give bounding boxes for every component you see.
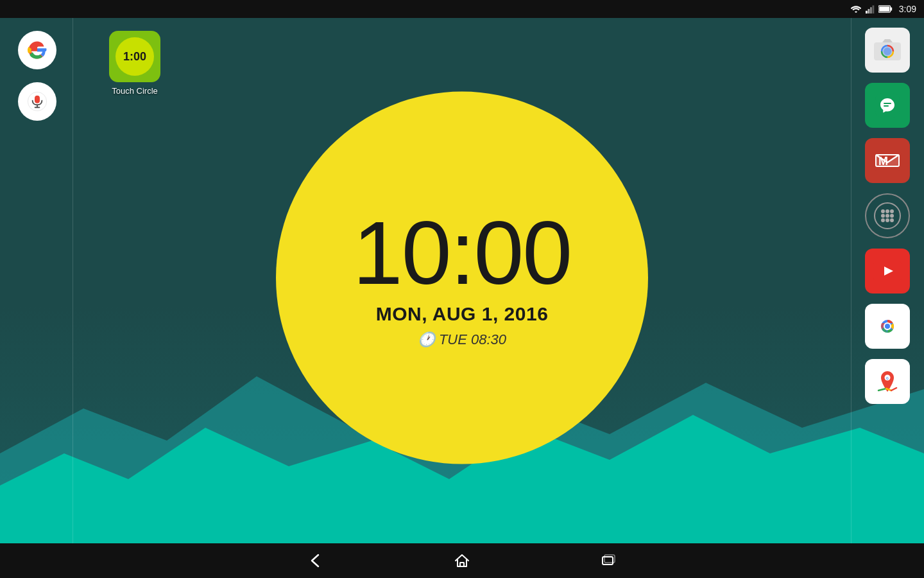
gmail-app-button[interactable]: M: [865, 138, 910, 183]
app-drawer-icon: [874, 202, 901, 229]
svg-rect-5: [890, 7, 892, 10]
svg-rect-18: [884, 103, 891, 104]
svg-point-25: [886, 209, 889, 213]
camera-app-button[interactable]: [865, 28, 910, 73]
maps-icon: G: [873, 367, 902, 396]
svg-rect-6: [879, 6, 889, 12]
touch-circle-time: 1:00: [123, 50, 146, 64]
clock-widget[interactable]: 10:00 MON, AUG 1, 2016 🕐 TUE 08:30: [276, 92, 648, 464]
touch-circle-icon-box: 1:00: [109, 31, 160, 82]
left-sidebar: [0, 18, 74, 543]
svg-rect-0: [866, 11, 868, 13]
svg-line-41: [878, 389, 886, 390]
maps-app-button[interactable]: G: [865, 359, 910, 404]
left-separator: [73, 18, 73, 543]
touch-circle-label: Touch Circle: [112, 86, 158, 96]
status-time: 3:09: [899, 4, 916, 14]
youtube-icon: [873, 261, 902, 281]
signal-icon: [866, 4, 875, 13]
battery-icon: [878, 5, 893, 13]
svg-text:M: M: [878, 155, 888, 168]
chrome-app-button[interactable]: [865, 304, 910, 349]
youtube-app-button[interactable]: [865, 249, 910, 293]
svg-rect-10: [35, 96, 40, 103]
wifi-icon: [850, 4, 862, 13]
svg-point-27: [881, 214, 885, 218]
clock-alarm: 🕐 TUE 08:30: [418, 331, 506, 348]
back-button[interactable]: [307, 552, 325, 570]
alarm-icon: 🕐: [418, 331, 435, 348]
hangouts-app-button[interactable]: [865, 83, 910, 128]
gmail-icon: M: [873, 150, 902, 171]
recents-icon: [599, 552, 617, 570]
svg-point-28: [886, 214, 889, 218]
google-mic-button[interactable]: [18, 82, 56, 121]
back-icon: [307, 552, 325, 570]
camera-icon: [874, 38, 901, 62]
svg-text:G: G: [886, 376, 889, 380]
svg-rect-2: [870, 7, 872, 13]
google-logo-icon: [26, 39, 49, 62]
nav-bar: [0, 543, 924, 578]
svg-point-16: [884, 48, 891, 55]
touch-circle-app[interactable]: 1:00 Touch Circle: [109, 31, 160, 96]
svg-rect-44: [460, 563, 464, 566]
svg-point-29: [890, 214, 894, 218]
right-sidebar: M: [850, 18, 924, 543]
svg-rect-1: [868, 9, 869, 13]
right-separator: [851, 18, 851, 543]
status-bar: 3:09: [0, 0, 924, 18]
alarm-time: TUE 08:30: [439, 331, 506, 348]
svg-point-30: [881, 218, 885, 222]
hangouts-icon: [875, 93, 900, 118]
svg-point-26: [890, 209, 894, 213]
recents-button[interactable]: [599, 552, 617, 570]
clock-time: 10:00: [353, 208, 571, 298]
home-icon: [453, 552, 471, 570]
svg-rect-3: [872, 5, 874, 13]
svg-marker-14: [882, 39, 893, 42]
mic-icon: [27, 91, 47, 112]
touch-circle-icon-inner: 1:00: [116, 37, 154, 76]
google-search-button[interactable]: [18, 31, 56, 69]
app-drawer-button[interactable]: [865, 193, 910, 238]
svg-point-32: [890, 218, 894, 222]
svg-line-43: [891, 388, 896, 390]
clock-date: MON, AUG 1, 2016: [376, 303, 549, 325]
svg-rect-19: [884, 105, 889, 107]
chrome-icon: [873, 312, 902, 340]
home-button[interactable]: [453, 552, 471, 570]
svg-point-31: [886, 218, 889, 222]
svg-point-24: [881, 209, 885, 213]
svg-point-38: [885, 324, 890, 329]
